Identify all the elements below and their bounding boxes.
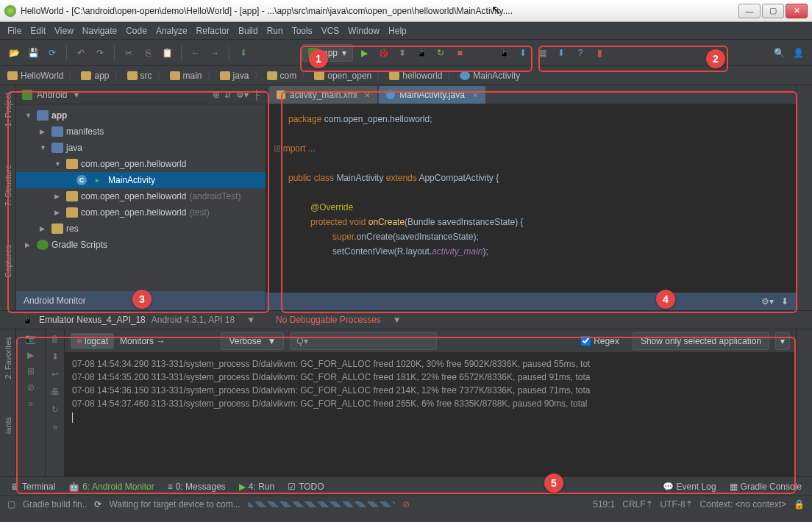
sync-icon[interactable]: ⟳ <box>44 45 60 61</box>
more-icon[interactable]: » <box>52 422 57 432</box>
terminate-icon[interactable]: ⊘ <box>27 382 35 393</box>
line-ending[interactable]: CRLF⇡ <box>622 499 652 510</box>
bc-openopen[interactable]: open_open <box>314 71 371 81</box>
paste-icon[interactable]: 📋 <box>159 45 175 61</box>
more-icon[interactable]: » <box>28 398 33 409</box>
wrap-icon[interactable]: ↩ <box>51 369 59 379</box>
regex-checkbox[interactable]: Regex <box>581 336 619 346</box>
sdk-icon[interactable]: ⬇ <box>515 45 531 61</box>
bc-com[interactable]: com <box>267 71 297 81</box>
tab-logcat[interactable]: ≡logcat <box>71 333 114 349</box>
theme-icon[interactable]: ⬇ <box>553 45 569 61</box>
run-icon[interactable]: ▶ <box>356 45 372 61</box>
device-label[interactable]: Emulator Nexus_4_API_18 <box>39 315 146 325</box>
settings-icon[interactable]: ⚙▾ <box>236 90 249 100</box>
context-label[interactable]: Context: <no context> <box>700 499 786 510</box>
build-icon[interactable]: ⬇ <box>235 45 252 61</box>
redo-icon[interactable]: ↷ <box>92 45 108 61</box>
help-icon[interactable]: ? <box>572 45 588 61</box>
filter-dropdown[interactable]: ▾ <box>775 332 790 350</box>
tab-event-log[interactable]: 💬Event Log <box>663 482 716 492</box>
search-icon[interactable]: 🔍 <box>771 45 787 61</box>
menu-edit[interactable]: Edit <box>30 26 46 36</box>
bc-main[interactable]: main <box>170 71 202 81</box>
chevron-down-icon[interactable]: ▼ <box>393 315 402 325</box>
tab-captures[interactable]: Captures <box>2 240 14 282</box>
maximize-button[interactable]: ▢ <box>762 4 784 18</box>
minimize-button[interactable]: — <box>738 4 761 18</box>
menu-vcs[interactable]: VCS <box>321 26 340 36</box>
print-icon[interactable]: 🖶 <box>51 387 60 397</box>
user-icon[interactable]: 👤 <box>790 45 806 61</box>
close-tab-icon[interactable]: ✕ <box>364 91 370 99</box>
bc-helloworld[interactable]: helloworld <box>389 71 442 81</box>
avd-icon[interactable]: 📱 <box>496 45 512 61</box>
filter-selector[interactable]: Show only selected application <box>633 332 769 350</box>
menu-build[interactable]: Build <box>238 26 258 36</box>
forward-icon[interactable]: → <box>207 45 223 61</box>
tree-pkg3[interactable]: ▶com.open_open.helloworld (test) <box>16 204 266 221</box>
tab-run[interactable]: ▶4: Run <box>239 482 274 492</box>
profile-icon[interactable]: ⬍ <box>394 45 410 61</box>
close-tab-icon[interactable]: ✕ <box>472 91 478 99</box>
tree-pkg2[interactable]: ▶com.open_open.helloworld (androidTest) <box>16 188 266 204</box>
log-search-input[interactable]: Q▾ <box>290 332 437 350</box>
trash-icon[interactable]: 🗑 <box>51 334 60 344</box>
bc-app[interactable]: app <box>81 71 109 81</box>
tab-mainactivity-java[interactable]: MainActivity.java✕ <box>379 86 485 104</box>
copy-icon[interactable]: ⎘ <box>140 45 156 61</box>
tab-variants[interactable]: iants <box>2 412 14 438</box>
tab-messages[interactable]: ≡0: Messages <box>168 482 226 492</box>
hide-icon[interactable]: ├ <box>253 90 260 100</box>
collapse-icon[interactable]: ⇵ <box>224 90 232 100</box>
encoding[interactable]: UTF-8⇡ <box>660 499 693 510</box>
project-view-label[interactable]: Android <box>37 90 67 100</box>
tab-gradle-console[interactable]: ▦Gradle Console <box>730 482 802 492</box>
menu-help[interactable]: Help <box>388 26 407 36</box>
layout-icon[interactable]: ▦ <box>534 45 550 61</box>
menu-analyze[interactable]: Analyze <box>156 26 188 36</box>
lock-icon[interactable]: 🔒 <box>794 499 805 510</box>
tree-app[interactable]: ▼app <box>16 107 266 124</box>
rerun-icon[interactable]: ↻ <box>432 45 449 61</box>
restart-icon[interactable]: ↻ <box>51 404 59 415</box>
menu-view[interactable]: View <box>54 26 74 36</box>
system-icon[interactable]: ⊞ <box>27 366 35 376</box>
menu-window[interactable]: Window <box>348 26 380 36</box>
play-icon[interactable]: ▶ <box>27 350 34 360</box>
cursor-position[interactable]: 519:1 <box>593 499 615 510</box>
tree-gradle[interactable]: ▶Gradle Scripts <box>16 237 266 253</box>
scroll-icon[interactable]: ⬇ <box>51 351 59 362</box>
cut-icon[interactable]: ✂ <box>121 45 137 61</box>
bc-src[interactable]: src <box>127 71 152 81</box>
log-level-selector[interactable]: Verbose▼ <box>221 332 284 350</box>
back-icon[interactable]: ← <box>188 45 204 61</box>
tab-terminal[interactable]: 🖥Terminal <box>10 482 55 492</box>
chevron-down-icon[interactable]: ▼ <box>246 315 255 325</box>
bc-mainactivity[interactable]: MainActivity <box>460 71 520 81</box>
tab-monitors[interactable]: Monitors → <box>120 336 165 346</box>
tab-favorites[interactable]: 2: Favorites <box>2 332 14 383</box>
bc-java[interactable]: java <box>220 71 249 81</box>
attach-icon[interactable]: 📱 <box>413 45 430 61</box>
menu-navigate[interactable]: Navigate <box>82 26 117 36</box>
camera-icon[interactable]: 📷 <box>25 334 36 344</box>
resource-icon[interactable]: ▮ <box>591 45 608 61</box>
tab-activity-xml[interactable]: activity_main.xml✕ <box>269 86 377 104</box>
tree-pkg1[interactable]: ▼com.open_open.helloworld <box>16 156 266 172</box>
open-icon[interactable]: 📂 <box>6 45 22 61</box>
menu-file[interactable]: File <box>7 26 21 36</box>
tree-mainactivity[interactable]: C▸MainActivity <box>16 172 266 188</box>
bc-project[interactable]: HelloWorld <box>7 71 63 81</box>
logcat-output[interactable]: 07-08 14:54:34.290 313-331/system_proces… <box>65 353 796 476</box>
tree-manifests[interactable]: ▶manifests <box>16 124 266 140</box>
target-icon[interactable]: ⊕ <box>213 90 220 100</box>
stop-icon[interactable]: ■ <box>452 45 468 61</box>
menu-code[interactable]: Code <box>126 26 147 36</box>
menu-tools[interactable]: Tools <box>292 26 313 36</box>
menu-run[interactable]: Run <box>267 26 283 36</box>
tab-structure[interactable]: 7: Structure <box>2 160 14 211</box>
tab-project[interactable]: 1: Project <box>2 88 14 131</box>
menu-refactor[interactable]: Refactor <box>196 26 229 36</box>
download-icon[interactable]: ⬇ <box>781 296 788 307</box>
